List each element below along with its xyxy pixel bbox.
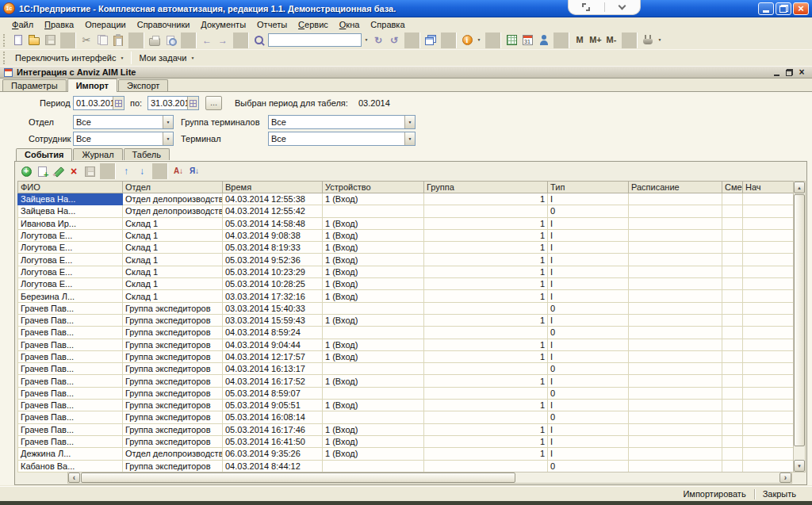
cell-device[interactable] [323, 460, 424, 472]
cell-group[interactable] [424, 460, 548, 472]
switch-interface-button[interactable]: Переключить интерфейс ▼ [10, 53, 128, 63]
cell-department[interactable]: Группа экспедиторов [123, 460, 223, 472]
cell-schedule[interactable] [629, 266, 722, 277]
cell-shift[interactable] [722, 229, 743, 241]
dropdown-arrow-icon[interactable]: ▼ [163, 116, 173, 128]
menu-item[interactable]: Операции [79, 19, 131, 30]
cell-type[interactable]: I [548, 314, 629, 326]
cell-schedule[interactable] [629, 423, 722, 435]
cell-start[interactable] [743, 400, 794, 411]
cell-schedule[interactable] [629, 229, 722, 241]
column-header[interactable]: Расписание [629, 182, 722, 193]
menu-item[interactable]: Правка [39, 19, 79, 30]
cell-fio[interactable]: Грачев Пав... [18, 350, 123, 362]
calendar-icon[interactable] [519, 33, 535, 48]
cell-fio[interactable]: Березина Л... [18, 290, 123, 302]
cell-shift[interactable] [722, 302, 743, 314]
tab[interactable]: Журнал [73, 148, 122, 160]
cell-time[interactable]: 06.03.2014 9:35:26 [223, 448, 323, 460]
cell-device[interactable]: 1 (Вход) [323, 278, 424, 290]
cell-type[interactable]: 0 [548, 411, 629, 423]
cell-group[interactable] [424, 363, 548, 375]
cell-schedule[interactable] [629, 435, 722, 447]
cell-department[interactable]: Склад 1 [123, 266, 223, 277]
cell-fio[interactable]: Кабанов Ва... [18, 460, 123, 472]
cell-group[interactable]: 1 [424, 350, 548, 362]
cell-device[interactable]: 1 (Вход) [323, 290, 424, 302]
cell-group[interactable]: 1 [424, 435, 548, 447]
cell-time[interactable]: 04.03.2014 12:55:38 [223, 193, 323, 205]
cell-department[interactable]: Группа экспедиторов [123, 435, 223, 447]
cell-group[interactable] [424, 205, 548, 217]
cell-start[interactable] [743, 314, 794, 326]
scroll-down-button[interactable]: ▼ [794, 460, 805, 472]
menu-item[interactable]: Сервис [293, 19, 334, 30]
cell-start[interactable] [743, 327, 794, 339]
cell-schedule[interactable] [629, 375, 722, 387]
cell-time[interactable]: 04.03.2014 16:17:52 [223, 375, 323, 387]
minimize-button[interactable] [758, 2, 774, 15]
cell-group[interactable]: 1 [424, 448, 548, 460]
open-icon[interactable] [26, 33, 42, 48]
windows-cascade-icon[interactable] [423, 33, 439, 48]
cell-start[interactable] [743, 193, 794, 205]
find-icon[interactable] [251, 33, 267, 48]
cell-group[interactable]: 1 [424, 339, 548, 350]
menu-item[interactable]: Окна [334, 19, 366, 30]
delete-button[interactable]: × [66, 163, 82, 179]
calendar-picker-icon[interactable] [187, 97, 198, 109]
cell-department[interactable]: Склад 1 [123, 229, 223, 241]
child-close-button[interactable]: × [795, 67, 808, 78]
copy-icon[interactable] [94, 33, 110, 48]
cell-schedule[interactable] [629, 290, 722, 302]
cell-start[interactable] [743, 242, 794, 254]
cell-schedule[interactable] [629, 339, 722, 350]
cell-fio[interactable]: Грачев Пав... [18, 363, 123, 375]
cell-fio[interactable]: Логутова Е... [18, 254, 123, 266]
period-to-field[interactable]: 31.03.2014 [147, 96, 199, 110]
cell-fio[interactable]: Зайцева На... [18, 205, 123, 217]
cell-type[interactable]: I [548, 242, 629, 254]
cell-time[interactable]: 03.03.2014 15:59:43 [223, 314, 323, 326]
menu-item[interactable]: Справочники [132, 19, 196, 30]
cell-type[interactable]: I [548, 423, 629, 435]
cell-time[interactable]: 05.03.2014 16:17:46 [223, 423, 323, 435]
cell-device[interactable]: 1 (Вход) [323, 350, 424, 362]
cell-start[interactable] [743, 205, 794, 217]
cell-fio[interactable]: Грачев Пав... [18, 375, 123, 387]
cell-shift[interactable] [722, 254, 743, 266]
cell-department[interactable]: Группа экспедиторов [123, 350, 223, 362]
cell-type[interactable]: I [548, 290, 629, 302]
cell-time[interactable]: 04.03.2014 9:08:38 [223, 229, 323, 241]
cell-fio[interactable]: Грачев Пав... [18, 435, 123, 447]
cell-group[interactable]: 1 [424, 290, 548, 302]
cell-device[interactable]: 1 (Вход) [323, 193, 424, 205]
cell-time[interactable]: 04.03.2014 12:17:57 [223, 350, 323, 362]
cell-schedule[interactable] [629, 278, 722, 290]
info-dropdown-icon[interactable]: ▼ [475, 33, 483, 48]
column-header[interactable]: ФИО [18, 182, 123, 193]
cell-department[interactable]: Отдел делопроизводства [123, 193, 223, 205]
info-icon[interactable] [459, 33, 475, 48]
cell-shift[interactable] [722, 460, 743, 472]
cell-type[interactable]: 0 [548, 205, 629, 217]
cell-start[interactable] [743, 217, 794, 229]
cell-schedule[interactable] [629, 302, 722, 314]
cell-department[interactable]: Группа экспедиторов [123, 339, 223, 350]
cell-shift[interactable] [722, 448, 743, 460]
cell-type[interactable]: I [548, 278, 629, 290]
cell-type[interactable]: I [548, 254, 629, 266]
cell-type[interactable]: I [548, 375, 629, 387]
cell-type[interactable]: I [548, 400, 629, 411]
scroll-right-button[interactable]: › [779, 472, 791, 483]
cell-device[interactable] [323, 387, 424, 399]
cell-schedule[interactable] [629, 350, 722, 362]
cell-start[interactable] [743, 229, 794, 241]
cell-type[interactable]: 0 [548, 327, 629, 339]
cell-start[interactable] [743, 375, 794, 387]
paste-icon[interactable] [110, 33, 126, 48]
cell-shift[interactable] [722, 363, 743, 375]
cell-department[interactable]: Группа экспедиторов [123, 400, 223, 411]
new-document-icon[interactable] [10, 33, 26, 48]
cell-schedule[interactable] [629, 327, 722, 339]
